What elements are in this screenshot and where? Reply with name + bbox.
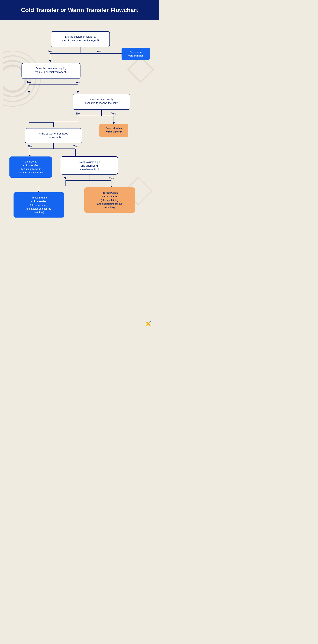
q1-text-line1: Did the customer ask for a bbox=[65, 35, 96, 38]
q1-no-label: No bbox=[48, 50, 52, 53]
q5-yes-label: Yes bbox=[109, 177, 114, 180]
logo-area: ✕ bbox=[0, 320, 159, 333]
o5-text-line4: wait time) bbox=[104, 206, 115, 209]
o4-text-line1: Proceed with a bbox=[31, 196, 47, 199]
o4-text-line3: and apologizing for the bbox=[26, 207, 51, 210]
q3-text-line1: Is a specialist readily bbox=[89, 98, 114, 101]
q5-text-line1: Is call volume high bbox=[79, 161, 100, 164]
o5-text-line1: Proceed with a bbox=[102, 191, 118, 194]
q1-yes-label: Yes bbox=[97, 50, 101, 53]
header-title: Cold Transfer or Warm Transfer Flowchart bbox=[21, 7, 138, 13]
page-header: Cold Transfer or Warm Transfer Flowchart bbox=[0, 0, 159, 20]
q2-text-line2: require a specialized agent? bbox=[35, 71, 67, 74]
o5-text-line3: and apologizing for the bbox=[97, 202, 122, 205]
q2-no-label: No bbox=[27, 80, 31, 84]
q3-yes-label: Yes bbox=[111, 112, 116, 115]
o1-text-line2: cold transfer bbox=[128, 54, 143, 57]
q3-no-arrow bbox=[53, 126, 54, 128]
o4-text-line4: wait time) bbox=[33, 211, 44, 214]
q4-text-line1: Is the customer frustrated bbox=[39, 132, 68, 135]
bg-diamond-right bbox=[128, 57, 153, 82]
q2-yes-arrow bbox=[77, 91, 79, 93]
o3-text-line1: Consider a bbox=[25, 160, 37, 163]
q5-text-line2: and prioritizing bbox=[81, 164, 98, 167]
q4-box bbox=[25, 128, 82, 143]
o2-text-line2: warm transfer bbox=[105, 130, 122, 133]
logo-dot bbox=[150, 321, 151, 322]
o3-text-line3: transfers when possible bbox=[18, 171, 44, 174]
q4-yes-label: Yes bbox=[73, 145, 78, 148]
q4-no-label: No bbox=[28, 145, 32, 148]
q2-text-line1: Does the customer inquiry bbox=[36, 67, 66, 70]
flowchart-container: Did the customer ask for a specific cust… bbox=[0, 22, 159, 320]
brand-logo: ✕ bbox=[144, 320, 152, 328]
q5-text-line3: speed essential? bbox=[80, 168, 99, 171]
q1-no-arrow bbox=[49, 60, 51, 62]
o4-text-line2: (after explaining bbox=[30, 204, 48, 206]
q4-text-line2: or emotional? bbox=[46, 136, 61, 138]
o4-text-bold: cold transfer bbox=[32, 200, 46, 203]
o1-box bbox=[122, 48, 150, 60]
o3-text-line2: , but prioritize warm bbox=[20, 168, 41, 170]
q5-no-label: No bbox=[64, 177, 68, 180]
q1-text-line2: specific customer service agent? bbox=[61, 39, 99, 42]
q3-text-line2: available to receive the call? bbox=[85, 102, 118, 104]
o5-text-bold: warm transfer bbox=[101, 195, 118, 198]
q2-yes-label: Yes bbox=[75, 80, 80, 84]
o5-text-line2: (after explaining bbox=[101, 199, 118, 202]
o3-text-bold: cold transfer bbox=[23, 164, 38, 167]
q3-no-label: No bbox=[76, 112, 80, 115]
flowchart-svg: Did the customer ask for a specific cust… bbox=[3, 22, 156, 320]
o1-text-line1: Consider a bbox=[130, 51, 142, 54]
o2-text-line1: Proceed with a bbox=[106, 127, 122, 130]
o3-box bbox=[10, 156, 52, 178]
